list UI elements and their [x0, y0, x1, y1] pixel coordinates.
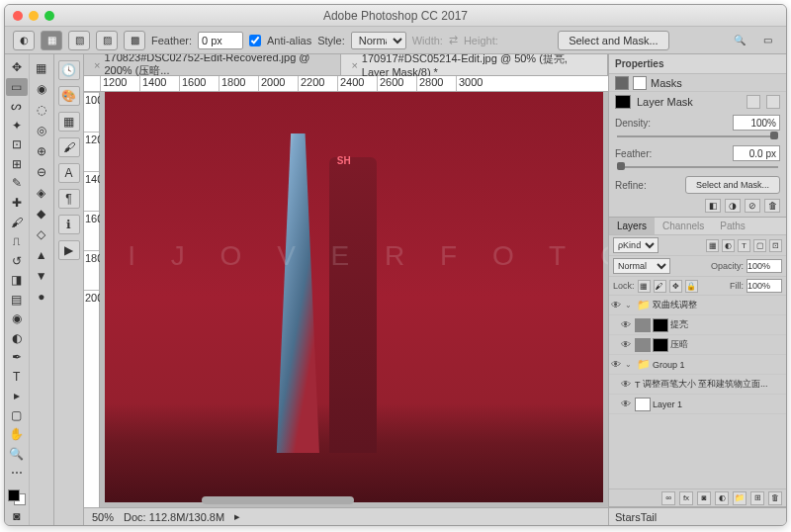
- feather-input[interactable]: [198, 32, 243, 49]
- add-mask-icon[interactable]: [766, 95, 780, 109]
- actions-panel-icon[interactable]: ▶: [58, 240, 80, 260]
- eyedropper-tool-icon[interactable]: ✎: [6, 174, 28, 193]
- add-selection-icon[interactable]: ▧: [68, 31, 90, 50]
- layer-row[interactable]: 👁提亮: [609, 315, 786, 335]
- filter-type-icon[interactable]: T: [738, 239, 750, 252]
- new-layer-icon[interactable]: ⊞: [750, 491, 764, 505]
- color-panel-icon[interactable]: 🎨: [58, 86, 80, 106]
- visibility-icon[interactable]: 👁: [611, 359, 623, 370]
- document-tab-0[interactable]: ×170823#DSC02752-Edit-Recovered.jpg @ 20…: [84, 54, 341, 75]
- disclosure-icon[interactable]: ⌄: [625, 301, 635, 310]
- density-slider[interactable]: [617, 133, 778, 139]
- starstail-panel[interactable]: StarsTail: [609, 507, 786, 525]
- filter-pixel-icon[interactable]: ▦: [706, 239, 719, 252]
- mask-vector-icon[interactable]: [633, 76, 647, 90]
- properties-title[interactable]: Properties: [609, 54, 786, 74]
- fx-icon[interactable]: fx: [679, 491, 693, 505]
- mask-pixel-icon[interactable]: [615, 76, 629, 90]
- new-group-icon[interactable]: 📁: [733, 491, 747, 505]
- document-tab-1[interactable]: ×170917#DSC05214-Edit.jpg @ 50% (提亮, Lay…: [341, 54, 608, 75]
- history-panel-icon[interactable]: 🕓: [58, 60, 80, 80]
- layer-name[interactable]: Layer 1: [653, 399, 784, 409]
- horizontal-scrollbar[interactable]: [202, 496, 354, 504]
- tab-paths[interactable]: Paths: [712, 218, 753, 234]
- brush-tool-icon[interactable]: 🖌: [6, 213, 28, 231]
- pen-tool-icon[interactable]: ✒: [6, 348, 28, 367]
- feather-slider[interactable]: [617, 164, 778, 170]
- tab-channels[interactable]: Channels: [655, 218, 712, 234]
- antialias-checkbox[interactable]: [249, 35, 261, 46]
- blur-tool-icon[interactable]: ◉: [6, 310, 28, 328]
- layer-name[interactable]: 压暗: [670, 338, 784, 351]
- tool-5-icon[interactable]: ⊕: [31, 141, 52, 161]
- vertical-ruler[interactable]: 100012001400160018002000: [84, 92, 100, 507]
- blend-mode-select[interactable]: Normal: [613, 258, 670, 274]
- wand-tool-icon[interactable]: ✦: [6, 117, 28, 135]
- char-panel-icon[interactable]: A: [58, 163, 80, 183]
- tool-11-icon[interactable]: ▼: [31, 266, 52, 286]
- type-tool-icon[interactable]: T: [6, 368, 28, 387]
- history-brush-icon[interactable]: ↺: [6, 251, 28, 270]
- tool-6-icon[interactable]: ⊖: [31, 162, 52, 182]
- density-input[interactable]: [733, 115, 780, 131]
- path-select-icon[interactable]: ▸: [6, 387, 28, 405]
- quickmask-icon[interactable]: ◙: [6, 506, 28, 525]
- layer-name[interactable]: Group 1: [653, 360, 784, 370]
- subtract-selection-icon[interactable]: ▨: [96, 31, 118, 50]
- move-tool-icon[interactable]: ✥: [6, 58, 28, 77]
- lock-pos-icon[interactable]: ✥: [669, 280, 682, 293]
- tool-10-icon[interactable]: ▲: [31, 245, 52, 265]
- layer-row[interactable]: 👁Layer 1: [609, 395, 786, 414]
- visibility-icon[interactable]: 👁: [621, 339, 633, 350]
- brush-panel-icon[interactable]: 🖌: [58, 137, 80, 157]
- stamp-tool-icon[interactable]: ⎍: [6, 232, 28, 251]
- lasso-tool-icon[interactable]: ᔕ: [6, 97, 28, 116]
- tool-7-icon[interactable]: ◈: [31, 183, 52, 203]
- invert-mask-icon[interactable]: ◑: [725, 199, 741, 213]
- opacity-input[interactable]: [747, 259, 782, 273]
- edit-toolbar-icon[interactable]: ⋯: [6, 464, 28, 483]
- marquee-tool-icon[interactable]: ▭: [6, 78, 28, 97]
- visibility-icon[interactable]: 👁: [611, 300, 623, 310]
- lock-all-icon[interactable]: 🔒: [685, 280, 698, 293]
- hand-tool-icon[interactable]: ✋: [6, 425, 28, 444]
- layer-name[interactable]: 双曲线调整: [653, 299, 784, 311]
- link-layers-icon[interactable]: ∞: [661, 491, 675, 505]
- para-panel-icon[interactable]: ¶: [58, 189, 80, 209]
- frame-tool-icon[interactable]: ⊞: [6, 155, 28, 174]
- eraser-tool-icon[interactable]: ◨: [6, 271, 28, 290]
- dodge-tool-icon[interactable]: ◐: [6, 328, 28, 347]
- layer-row[interactable]: 👁T调整画笔大小 至和建筑物立面...: [609, 375, 786, 395]
- swatches-panel-icon[interactable]: ▦: [58, 112, 80, 132]
- mask-from-sel-icon[interactable]: ◧: [705, 199, 721, 213]
- visibility-icon[interactable]: 👁: [621, 399, 633, 409]
- zoom-tool-icon[interactable]: 🔍: [6, 445, 28, 464]
- heal-tool-icon[interactable]: ✚: [6, 194, 28, 213]
- search-icon[interactable]: 🔍: [729, 31, 750, 50]
- filter-smart-icon[interactable]: ⊡: [769, 239, 782, 252]
- delete-mask-icon[interactable]: 🗑: [764, 199, 780, 213]
- intersect-selection-icon[interactable]: ▩: [124, 31, 145, 50]
- status-arrow-icon[interactable]: ▸: [234, 510, 240, 523]
- close-tab-icon[interactable]: ×: [94, 59, 100, 71]
- select-mask-icon[interactable]: [747, 95, 760, 109]
- disclosure-icon[interactable]: ⌄: [625, 360, 635, 369]
- gradient-tool-icon[interactable]: ▤: [6, 290, 28, 309]
- new-selection-icon[interactable]: ▦: [41, 31, 62, 50]
- tool-3-icon[interactable]: ◌: [31, 100, 52, 120]
- feather-prop-input[interactable]: [733, 145, 780, 161]
- zoom-level[interactable]: 50%: [92, 511, 114, 523]
- tool-12-icon[interactable]: ●: [31, 287, 52, 307]
- filter-adj-icon[interactable]: ◐: [722, 239, 735, 252]
- tool-preset-icon[interactable]: ◐: [13, 31, 35, 50]
- delete-layer-icon[interactable]: 🗑: [768, 491, 782, 505]
- color-swatches[interactable]: [8, 489, 26, 506]
- new-adj-icon[interactable]: ◐: [715, 491, 729, 505]
- tool-9-icon[interactable]: ◇: [31, 224, 52, 244]
- layer-row[interactable]: 👁⌄📁双曲线调整: [609, 296, 786, 315]
- tool-4-icon[interactable]: ◎: [31, 121, 52, 140]
- select-mask-button[interactable]: Select and Mask...: [558, 31, 669, 50]
- layer-kind-select[interactable]: ρKind: [613, 237, 659, 253]
- layer-row[interactable]: 👁⌄📁Group 1: [609, 355, 786, 375]
- crop-tool-icon[interactable]: ⊡: [6, 135, 28, 154]
